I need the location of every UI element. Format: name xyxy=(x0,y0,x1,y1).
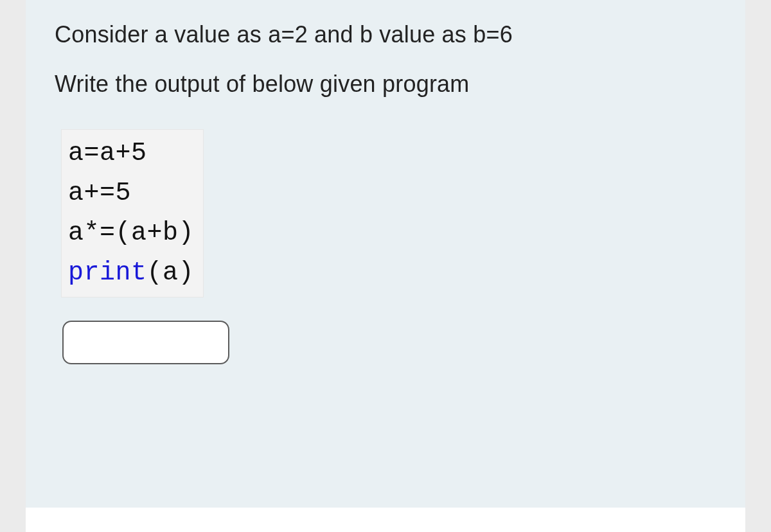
answer-input[interactable] xyxy=(62,321,229,364)
code-fn-arg: (a) xyxy=(147,258,195,287)
code-line-1: a=a+5 xyxy=(68,134,194,173)
code-block: a=a+5 a+=5 a*=(a+b) print(a) xyxy=(61,129,204,297)
code-line-2: a+=5 xyxy=(68,173,194,213)
question-line-1: Consider a value as a=2 and b value as b… xyxy=(55,19,716,51)
page-wrap: Consider a value as a=2 and b value as b… xyxy=(0,0,771,532)
question-line-2: Write the output of below given program xyxy=(55,69,716,100)
code-fn-print: print xyxy=(68,258,147,287)
question-card: Consider a value as a=2 and b value as b… xyxy=(26,0,745,508)
code-line-3: a*=(a+b) xyxy=(68,213,194,253)
code-line-4: print(a) xyxy=(68,253,194,293)
bottom-strip xyxy=(26,508,745,532)
